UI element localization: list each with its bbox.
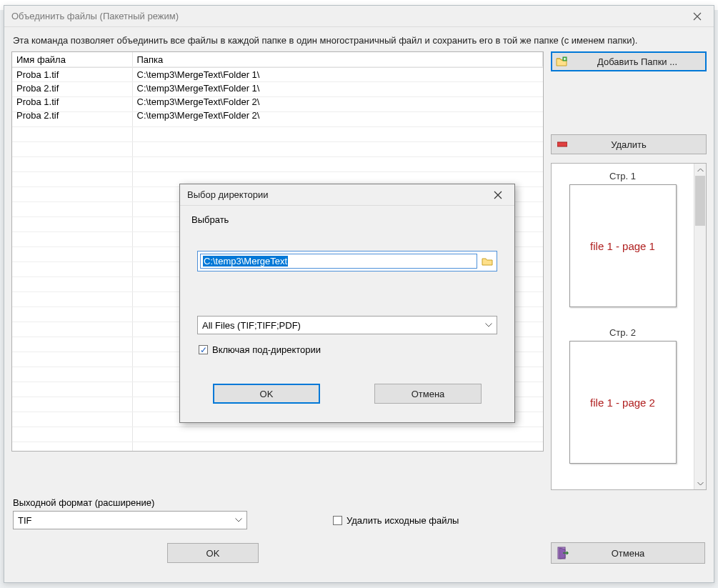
output-format-select[interactable]: TIF [13, 511, 247, 529]
preview-scrollbar[interactable] [694, 164, 706, 489]
delete-source-label: Удалить исходные файлы [346, 515, 459, 526]
delete-label: Удалить [556, 139, 702, 150]
subdialog-titlebar[interactable]: Выбор директории [180, 184, 514, 206]
delete-button[interactable]: Удалить [551, 134, 707, 154]
checkbox-checked-icon [199, 345, 208, 354]
preview-page-label: Стр. 1 [556, 171, 689, 181]
add-folders-label: Добавить Папки ... [573, 56, 702, 67]
file-filter-select[interactable]: All Files (TIF;TIFF;PDF) [197, 316, 497, 334]
close-icon[interactable] [681, 6, 714, 27]
chevron-down-icon [235, 518, 242, 522]
table-row[interactable]: Proba 1.tifC:\temp3\MergeText\Folder 1\ [12, 68, 543, 82]
chevron-down-icon[interactable] [694, 477, 706, 489]
browse-folder-button[interactable] [480, 255, 494, 268]
output-format-value: TIF [18, 515, 32, 526]
merge-files-dialog: Объединить файлы (Пакетный режим) Эта ко… [4, 5, 714, 583]
preview-pane: Стр. 1 file 1 - page 1 Стр. 2 file 1 - p… [551, 163, 707, 490]
checkbox-icon [333, 516, 342, 525]
svg-rect-1 [557, 142, 567, 146]
path-input[interactable]: C:\temp3\MergeText [200, 254, 477, 269]
path-input-wrapper: C:\temp3\MergeText [197, 251, 497, 271]
table-row[interactable]: Proba 2.tifC:\temp3\MergeText\Folder 1\ [12, 81, 543, 95]
choose-directory-dialog: Выбор директории Выбрать C:\temp3\MergeT… [179, 184, 515, 423]
file-filter-value: All Files (TIF;TIFF;PDF) [202, 320, 301, 331]
table-row[interactable]: Proba 2.tifC:\temp3\MergeText\Folder 2\ [12, 109, 543, 122]
delete-source-checkbox[interactable]: Удалить исходные файлы [333, 515, 459, 526]
preview-page-label: Стр. 2 [556, 327, 689, 338]
folder-add-icon [556, 56, 567, 66]
ok-button[interactable]: OK [167, 543, 259, 563]
side-panel: Добавить Папки ... Удалить Стр. 1 file 1… [551, 51, 707, 490]
col-header-folder[interactable]: Папка [132, 52, 543, 68]
exit-door-icon [557, 547, 569, 559]
close-icon[interactable] [482, 184, 514, 206]
choose-label: Выбрать [191, 214, 503, 225]
subdialog-title: Выбор директории [187, 189, 268, 200]
titlebar[interactable]: Объединить файлы (Пакетный режим) [4, 6, 714, 27]
output-format-label: Выходной формат (расширение) [13, 497, 705, 508]
window-title: Объединить файлы (Пакетный режим) [11, 11, 179, 21]
col-header-filename[interactable]: Имя файла [12, 52, 132, 68]
delete-icon [557, 141, 567, 148]
cancel-button[interactable]: Отмена [551, 542, 705, 564]
subdialog-cancel-button[interactable]: Отмена [374, 384, 482, 404]
footer: Выходной формат (расширение) TIF Удалить… [4, 490, 714, 529]
add-folders-button[interactable]: Добавить Папки ... [551, 51, 707, 71]
include-subdirs-label: Включая под-директории [212, 344, 321, 355]
preview-thumbnail[interactable]: file 1 - page 2 [569, 341, 677, 464]
chevron-down-icon [485, 323, 492, 327]
scrollbar-thumb[interactable] [695, 176, 705, 226]
include-subdirs-checkbox[interactable]: Включая под-директории [199, 344, 321, 355]
dialog-description: Эта команда позволяет объединить все фай… [4, 27, 714, 51]
subdialog-ok-button[interactable]: OK [213, 384, 320, 404]
chevron-up-icon[interactable] [694, 164, 706, 176]
preview-thumbnail[interactable]: file 1 - page 1 [569, 184, 677, 307]
table-row[interactable]: Proba 1.tifC:\temp3\MergeText\Folder 2\ [12, 95, 543, 109]
